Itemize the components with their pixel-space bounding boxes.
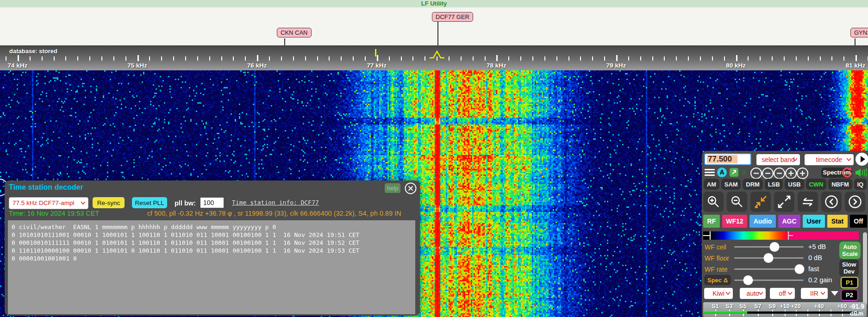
refresh-icon[interactable] [841,167,853,179]
wf-rate-slider[interactable] [734,268,804,270]
preset-2-button[interactable]: P2 [841,289,858,301]
wf-rate-value: fast [808,265,819,273]
tab-off[interactable]: Off [850,215,867,228]
frequency-input[interactable] [704,153,751,165]
close-icon[interactable] [405,182,417,194]
page-forward-button[interactable] [845,192,865,212]
scale-tick [568,56,569,61]
autoscale-a-icon[interactable]: A [717,168,727,177]
mode-button-drm[interactable]: DRM [743,179,762,190]
select-iir[interactable]: IIR [801,288,828,299]
tab-user[interactable]: User [803,215,825,228]
scale-tick [425,56,425,61]
dx-label-ckn[interactable]: CKN CAN [277,28,312,37]
mode-button-usb[interactable]: USB [785,179,804,190]
scale-tick [473,56,474,61]
scale-tick [592,56,593,61]
zoom-minus-icon[interactable] [762,168,774,179]
scale-tick [628,56,629,61]
spec-gain-slider[interactable] [734,280,804,281]
scale-tick [736,55,737,61]
scale-tick [101,56,102,61]
slider-knob[interactable] [770,242,780,252]
mode-button-lsb[interactable]: LSB [765,179,783,190]
mode-button-cwn[interactable]: CWN [806,179,827,190]
pll-bw-input[interactable] [200,198,224,208]
wf-ceil-slider[interactable] [734,246,804,248]
scale-tick [30,56,31,61]
colormap-floor-marker[interactable] [710,231,711,240]
scale-tick [748,56,749,61]
mode-button-am[interactable]: AM [704,179,719,190]
spec-delta-button[interactable]: Spec Δ [704,275,731,285]
mode-button-iq[interactable]: IQ [854,179,867,190]
dropdown-caret-icon[interactable] [831,291,838,296]
zoom-minus-icon[interactable] [774,168,785,179]
timecode-select[interactable]: timecode [805,154,854,165]
scale-tick [604,56,605,61]
station-select[interactable]: 77.5 kHz DCF77-ampl [9,197,88,209]
scale-tick [77,56,78,61]
frequency-scale[interactable]: database: stored 74 kHz75 kHz76 kHz77 kH… [0,45,868,70]
chevron-down-icon [725,292,731,295]
zoom-minus-icon[interactable] [750,168,762,179]
mode-button-nbfm[interactable]: NBFM [828,179,852,190]
extension-arrow-icon[interactable] [730,168,738,177]
time-station-info-link[interactable]: Time station info: DCF77 [232,199,319,206]
scale-tick [245,56,246,61]
scale-tick [772,56,773,61]
dx-label-gyn2[interactable]: GYN2 [850,28,868,37]
scale-tick [664,56,665,61]
wf-ceil-value: +5 dB [808,243,826,250]
tab-rf[interactable]: RF [703,215,720,228]
zoom-in-button[interactable] [703,192,724,212]
s-meter-label: S5 [739,303,746,310]
tab-stat[interactable]: Stat [827,215,848,228]
pan-left-right-button[interactable] [798,192,818,212]
tab-agc[interactable]: AGC [778,215,800,228]
select-auto[interactable]: auto [740,288,766,299]
scale-tick [532,56,533,61]
zoom-out-button[interactable] [727,192,747,212]
band-select[interactable]: select band [756,154,800,165]
dx-label-dcf77[interactable]: DCF77 GER [432,12,473,22]
passband-marker-icon[interactable] [428,50,447,59]
hamburger-menu-icon[interactable] [705,169,715,176]
panel-scrollbar[interactable] [863,232,867,305]
scale-tick [688,56,689,61]
scale-tick [18,55,19,61]
zoom-to-band-button[interactable] [750,192,771,212]
chevron-down-icon [787,292,793,295]
tab-audio[interactable]: Audio [749,215,776,228]
dx-label-line [855,38,856,45]
auto-scale-button[interactable]: Auto Scale [839,242,861,259]
preset-1-button[interactable]: P1 [841,277,858,288]
slider-knob[interactable] [795,264,805,274]
tab-wf12[interactable]: WF12 [722,215,747,228]
wf-floor-slider[interactable] [734,257,804,259]
colormap-bar[interactable] [703,231,859,240]
zoom-plus-icon[interactable] [797,168,808,179]
zoom-plus-icon[interactable] [785,168,797,179]
s-meter-label: S9 [768,303,775,310]
page-back-button[interactable] [821,192,842,212]
zoom-out-max-button[interactable] [774,192,794,212]
scale-tick [173,56,174,61]
scale-tick [6,56,6,61]
select-kiwi[interactable]: Kiwi [704,288,733,299]
play-button[interactable] [856,153,868,166]
scale-tick [221,56,222,61]
speaker-icon[interactable] [855,168,867,178]
help-button[interactable]: help [385,183,400,193]
select-off[interactable]: off [770,288,795,299]
scale-tick [233,56,234,61]
slider-knob[interactable] [743,275,753,285]
slow-dev-button[interactable]: Slow Dev [839,259,859,277]
mode-button-sam[interactable]: SAM [721,179,741,190]
s-meter-value: -91.9 [849,303,864,310]
pll-stats: cf 500, pll -0.32 Hz +36.78 φ , sr 11998… [147,210,401,217]
resync-button[interactable]: Re-sync [93,197,125,208]
freq-scale-label: 75 kHz [127,62,147,69]
reset-pll-button[interactable]: Reset PLL [132,197,167,208]
slider-knob[interactable] [763,253,773,263]
